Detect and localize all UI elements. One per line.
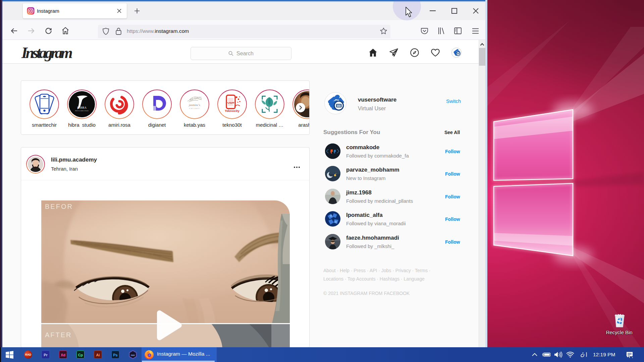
svg-text:Teknocity: Teknocity	[225, 109, 239, 113]
svg-text:BEFOR: BEFOR	[45, 203, 73, 210]
svg-text:HIBRA: HIBRA	[77, 106, 87, 109]
svg-text:AFTER: AFTER	[45, 331, 72, 339]
svg-text:jasmine's: jasmine's	[189, 103, 200, 107]
svg-text:STATIONERY: STATIONERY	[189, 108, 200, 109]
svg-text:سیب: سیب	[227, 100, 234, 104]
svg-text:nox: nox	[131, 354, 135, 356]
svg-text:PHOTO & VIDEO STUDIO: PHOTO & VIDEO STUDIO	[75, 110, 89, 112]
